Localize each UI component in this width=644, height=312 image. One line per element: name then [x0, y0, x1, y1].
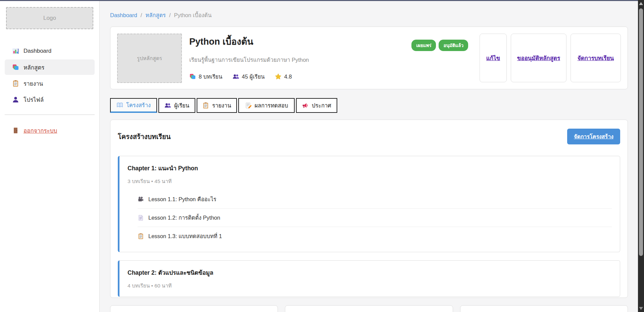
sidebar-item-reports[interactable]: รายงาน [5, 76, 95, 91]
scroll-down-arrow-icon[interactable] [639, 307, 643, 310]
megaphone-icon [302, 102, 309, 109]
door-icon [12, 127, 19, 134]
logo-placeholder: Logo [6, 7, 93, 29]
edit-course-link[interactable]: แก้ไข [486, 53, 500, 62]
sidebar-item-dashboard[interactable]: Dashboard [5, 43, 95, 59]
tab-label: รายงาน [212, 101, 231, 110]
scrollbar-thumb[interactable] [639, 8, 643, 256]
chapter-meta: 3 บทเรียน • 45 นาที [128, 177, 612, 185]
course-badges: เผยแพร่ อนุมัติแล้ว [411, 34, 468, 82]
chapter-title: Chapter 1: แนะนำ Python [128, 164, 612, 173]
manage-lessons-link[interactable]: จัดการบทเรียน [578, 53, 614, 62]
sidebar-item-label: รายงาน [23, 79, 43, 88]
books-icon [12, 64, 19, 71]
tab-structure[interactable]: โครงสร้าง [110, 98, 157, 113]
lesson-item[interactable]: Lesson 1.1: Python คืออะไร [138, 190, 612, 208]
course-tabs: โครงสร้าง ผู้เรียน รายงาน ผลการทดสอบ ประ… [110, 98, 628, 113]
stat-rating: 4.8 [275, 72, 292, 81]
breadcrumb: Dashboard / หลักสูตร / Python เบื้องต้น [110, 11, 628, 19]
card-placeholder [460, 305, 628, 312]
stat-learners: 45 ผู้เรียน [233, 72, 265, 81]
sidebar-item-label: โปรไฟล์ [23, 95, 44, 104]
chapter-card: Chapter 1: แนะนำ Python 3 บทเรียน • 45 น… [118, 156, 620, 252]
tab-reports[interactable]: รายงาน [197, 98, 237, 113]
course-info: Python เบื้องต้น เรียนรู้พื้นฐานการเขียน… [189, 34, 404, 82]
star-icon [275, 73, 282, 80]
breadcrumb-separator: / [141, 12, 142, 18]
tab-label: ผลการทดสอบ [255, 101, 288, 110]
sidebar-item-label: หลักสูตร [23, 63, 44, 72]
course-actions: แก้ไข ขออนุมัติหลักสูตร จัดการบทเรียน [480, 34, 621, 82]
tab-announcements[interactable]: ประกาศ [296, 98, 337, 113]
card-placeholder [110, 305, 278, 312]
tab-label: ประกาศ [312, 101, 331, 110]
logo-text: Logo [43, 15, 56, 21]
logout-button[interactable]: ออกจากระบบ [5, 124, 95, 137]
status-badge-published: เผยแพร่ [411, 40, 436, 51]
sidebar-menu: Dashboard หลักสูตร รายงาน โปรไฟล์ [0, 43, 99, 107]
scroll-up-arrow-icon[interactable] [639, 2, 643, 5]
clipboard-icon [138, 233, 144, 239]
people-icon [233, 73, 239, 80]
main-content: Dashboard / หลักสูตร / Python เบื้องต้น … [100, 1, 638, 312]
lesson-list: Lesson 1.1: Python คืออะไร Lesson 1.2: ก… [138, 190, 612, 245]
person-icon [12, 96, 19, 103]
video-camera-icon [138, 196, 144, 203]
stat-lessons: 8 บทเรียน [189, 72, 222, 81]
edit-course-button[interactable]: แก้ไข [480, 34, 507, 82]
structure-header: โครงสร้างบทเรียน จัดการโครงสร้าง [118, 129, 620, 144]
vertical-scrollbar[interactable] [638, 0, 644, 312]
people-icon [164, 102, 171, 109]
card-placeholder [285, 305, 453, 312]
tab-label: โครงสร้าง [126, 101, 151, 109]
chapter-card: Chapter 2: ตัวแปรและชนิดข้อมูล 4 บทเรียน… [118, 260, 620, 297]
open-book-icon [116, 102, 123, 108]
tab-learners[interactable]: ผู้เรียน [158, 98, 195, 113]
sidebar: Logo Dashboard หลักสูตร รายงาน [0, 1, 100, 312]
breadcrumb-current: Python เบื้องต้น [174, 11, 212, 19]
lesson-item[interactable]: Lesson 1.2: การติดตั้ง Python [138, 208, 612, 227]
section-title: โครงสร้างบทเรียน [118, 131, 170, 142]
bottom-card-row [110, 305, 628, 312]
bar-chart-icon [12, 48, 19, 55]
lesson-title: Lesson 1.3: แบบทดสอบบทที่ 1 [148, 232, 222, 240]
lesson-item[interactable]: Lesson 1.3: แบบทดสอบบทที่ 1 [138, 227, 612, 245]
status-badge-approved: อนุมัติแล้ว [439, 40, 468, 51]
sidebar-item-courses[interactable]: หลักสูตร [5, 59, 95, 75]
logout-label: ออกจากระบบ [23, 126, 57, 135]
clipboard-icon [12, 80, 19, 87]
structure-panel: โครงสร้างบทเรียน จัดการโครงสร้าง Chapter… [110, 120, 628, 298]
tab-label: ผู้เรียน [174, 101, 189, 110]
clipboard-icon [202, 102, 209, 109]
breadcrumb-link-dashboard[interactable]: Dashboard [110, 12, 137, 18]
tab-test-results[interactable]: ผลการทดสอบ [238, 98, 295, 113]
course-title: Python เบื้องต้น [189, 34, 404, 49]
manage-lessons-button[interactable]: จัดการบทเรียน [571, 34, 621, 82]
sidebar-item-profile[interactable]: โปรไฟล์ [5, 92, 95, 107]
course-stats: 8 บทเรียน 45 ผู้เรียน 4.8 [189, 72, 404, 81]
window-top-edge [0, 0, 644, 1]
breadcrumb-link-courses[interactable]: หลักสูตร [145, 11, 166, 19]
chapter-title: Chapter 2: ตัวแปรและชนิดข้อมูล [128, 268, 612, 277]
memo-pencil-icon [245, 102, 252, 109]
books-icon [189, 73, 196, 80]
sidebar-item-label: Dashboard [23, 48, 51, 54]
page: Logo Dashboard หลักสูตร รายงาน [0, 0, 644, 312]
stat-learners-label: 45 ผู้เรียน [242, 72, 265, 81]
request-approval-link[interactable]: ขออนุมัติหลักสูตร [517, 53, 560, 62]
sidebar-divider [5, 115, 95, 115]
stat-rating-label: 4.8 [284, 74, 292, 80]
lesson-title: Lesson 1.2: การติดตั้ง Python [148, 213, 220, 222]
course-image-label: รูปหลักสูตร [137, 54, 162, 62]
manage-structure-button[interactable]: จัดการโครงสร้าง [567, 129, 620, 144]
breadcrumb-separator: / [169, 12, 171, 18]
request-approval-button[interactable]: ขออนุมัติหลักสูตร [511, 34, 566, 82]
course-description: เรียนรู้พื้นฐานการเขียนโปรแกรมด้วยภาษา P… [189, 55, 404, 64]
course-image-placeholder: รูปหลักสูตร [117, 34, 182, 83]
document-icon [138, 215, 144, 221]
stat-lessons-label: 8 บทเรียน [199, 72, 222, 81]
course-header-card: รูปหลักสูตร Python เบื้องต้น เรียนรู้พื้… [110, 27, 628, 89]
chapter-meta: 4 บทเรียน • 60 นาที [128, 281, 612, 290]
lesson-title: Lesson 1.1: Python คืออะไร [148, 195, 216, 204]
